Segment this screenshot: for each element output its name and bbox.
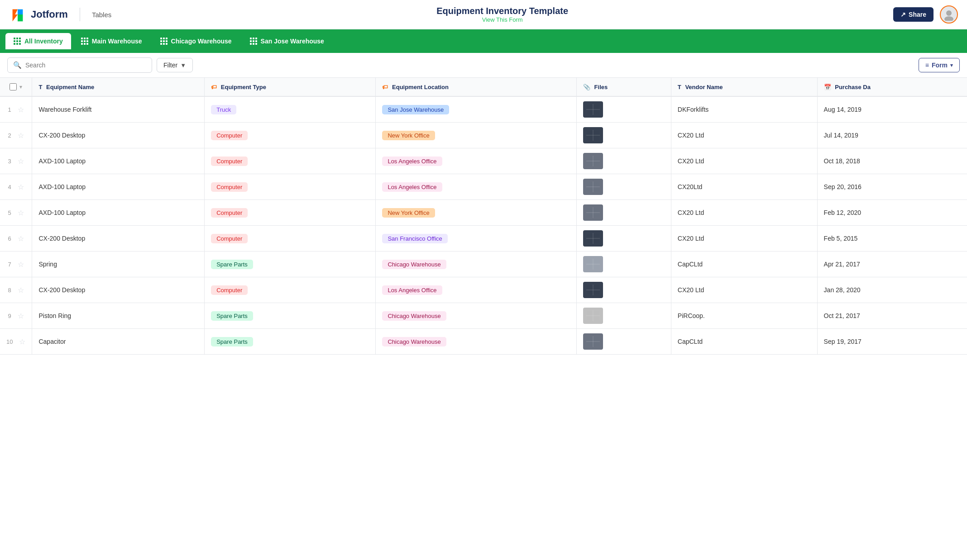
thumbnail-img <box>586 310 600 321</box>
favorite-star[interactable]: ☆ <box>18 260 24 269</box>
purchase-date-cell: Jul 14, 2019 <box>817 123 967 148</box>
chevron-down-icon: ▾ <box>19 84 22 90</box>
table-row: 9 ☆ Piston RingSpare PartsChicago Wareho… <box>0 303 967 329</box>
avatar[interactable] <box>940 5 958 24</box>
row-check-cell: 9 ☆ <box>0 303 32 329</box>
table-row: 6 ☆ CX-200 DesktopComputerSan Francisco … <box>0 226 967 252</box>
files-cell[interactable] <box>576 200 671 226</box>
equipment-type-cell: Computer <box>205 277 376 303</box>
vendor-name-cell: CX20 Ltd <box>671 148 817 174</box>
app-header: Jotform Tables Equipment Inventory Templ… <box>0 0 967 29</box>
location-tag: San Francisco Office <box>382 234 447 243</box>
favorite-star[interactable]: ☆ <box>18 105 24 114</box>
svg-marker-2 <box>18 9 23 14</box>
equipment-location-cell: Los Angeles Office <box>376 174 577 200</box>
row-number: 10 <box>6 338 13 345</box>
form-button[interactable]: ≡ Form ▾ <box>919 58 960 72</box>
form-dropdown-icon: ▾ <box>950 62 953 68</box>
type-tag: Computer <box>211 208 248 218</box>
search-input[interactable] <box>25 62 146 69</box>
favorite-star[interactable]: ☆ <box>18 131 24 140</box>
svg-marker-3 <box>18 14 23 21</box>
row-number: 6 <box>8 235 11 242</box>
text-icon: T <box>38 84 42 90</box>
logo-area: Jotform Tables <box>9 6 111 23</box>
file-thumbnail <box>583 282 603 298</box>
files-cell[interactable] <box>576 148 671 174</box>
files-cell[interactable] <box>576 277 671 303</box>
form-label: Form <box>932 62 948 69</box>
favorite-star[interactable]: ☆ <box>18 234 24 243</box>
file-thumbnail <box>583 204 603 221</box>
type-tag: Computer <box>211 234 248 243</box>
favorite-star[interactable]: ☆ <box>18 209 24 217</box>
table-header-row: ▾ T Equipment Name 🏷 Equipment Type 🏷 Eq… <box>0 78 967 96</box>
col-header-purchase: 📅 Purchase Da <box>817 78 967 96</box>
files-cell[interactable] <box>576 303 671 329</box>
row-number: 7 <box>8 261 11 268</box>
files-cell[interactable] <box>576 329 671 355</box>
location-tag-icon: 🏷 <box>382 84 388 90</box>
grid-icon <box>250 38 257 45</box>
col-header-files: 📎 Files <box>576 78 671 96</box>
location-tag: New York Office <box>382 131 435 140</box>
col-header-location: 🏷 Equipment Location <box>376 78 577 96</box>
tab-main-warehouse[interactable]: Main Warehouse <box>73 33 150 49</box>
vendor-name-cell: CapCLtd <box>671 329 817 355</box>
equipment-type-cell: Truck <box>205 96 376 123</box>
purchase-date-cell: Feb 12, 2020 <box>817 200 967 226</box>
avatar-icon <box>943 8 955 21</box>
row-check-cell: 4 ☆ <box>0 174 32 200</box>
tabs-bar: All Inventory Main Warehouse Chicago War… <box>0 29 967 53</box>
location-tag: Los Angeles Office <box>382 157 442 166</box>
search-box[interactable]: 🔍 <box>7 57 152 73</box>
equipment-location-cell: Chicago Warehouse <box>376 303 577 329</box>
row-number: 3 <box>8 158 11 165</box>
col-header-vendor: T Vendor Name <box>671 78 817 96</box>
thumbnail-img <box>586 259 600 270</box>
select-all-checkbox[interactable] <box>10 83 17 90</box>
view-form-link[interactable]: View This Form <box>111 16 893 23</box>
favorite-star[interactable]: ☆ <box>18 157 24 166</box>
filter-button[interactable]: Filter ▼ <box>157 58 193 72</box>
inventory-table-wrap: ▾ T Equipment Name 🏷 Equipment Type 🏷 Eq… <box>0 78 967 355</box>
share-button[interactable]: ↗ Share <box>893 7 933 22</box>
favorite-star[interactable]: ☆ <box>19 337 25 346</box>
equipment-location-cell: Chicago Warehouse <box>376 329 577 355</box>
row-number: 8 <box>8 287 11 294</box>
thumbnail-img <box>586 207 600 218</box>
location-tag: New York Office <box>382 208 435 218</box>
tab-all-inventory-label: All Inventory <box>24 38 63 45</box>
tab-all-inventory[interactable]: All Inventory <box>5 33 71 49</box>
equipment-type-cell: Spare Parts <box>205 252 376 277</box>
table-row: 7 ☆ SpringSpare PartsChicago Warehouse C… <box>0 252 967 277</box>
vendor-name-cell: CX20 Ltd <box>671 226 817 252</box>
header-divider <box>80 8 80 21</box>
files-cell[interactable] <box>576 226 671 252</box>
favorite-star[interactable]: ☆ <box>18 312 24 320</box>
favorite-star[interactable]: ☆ <box>18 183 24 191</box>
file-thumbnail <box>583 230 603 247</box>
row-check-cell: 1 ☆ <box>0 96 32 123</box>
equipment-type-cell: Computer <box>205 148 376 174</box>
purchase-date-cell: Apr 21, 2017 <box>817 252 967 277</box>
purchase-date-cell: Feb 5, 2015 <box>817 226 967 252</box>
tab-chicago-warehouse[interactable]: Chicago Warehouse <box>152 33 240 49</box>
inventory-table: ▾ T Equipment Name 🏷 Equipment Type 🏷 Eq… <box>0 78 967 355</box>
vendor-name-cell: DKForklifts <box>671 96 817 123</box>
equipment-location-cell: San Jose Warehouse <box>376 96 577 123</box>
location-tag: Chicago Warehouse <box>382 337 446 346</box>
files-cell[interactable] <box>576 96 671 123</box>
file-thumbnail <box>583 153 603 169</box>
equipment-name-cell: AXD-100 Laptop <box>32 148 205 174</box>
favorite-star[interactable]: ☆ <box>18 286 24 294</box>
files-cell[interactable] <box>576 252 671 277</box>
thumbnail-img <box>586 181 600 192</box>
files-cell[interactable] <box>576 174 671 200</box>
tab-sanjose-warehouse[interactable]: San Jose Warehouse <box>242 33 332 49</box>
files-cell[interactable] <box>576 123 671 148</box>
grid-icon <box>160 38 168 45</box>
equipment-location-cell: Los Angeles Office <box>376 277 577 303</box>
share-label: Share <box>909 11 926 18</box>
equipment-location-cell: San Francisco Office <box>376 226 577 252</box>
